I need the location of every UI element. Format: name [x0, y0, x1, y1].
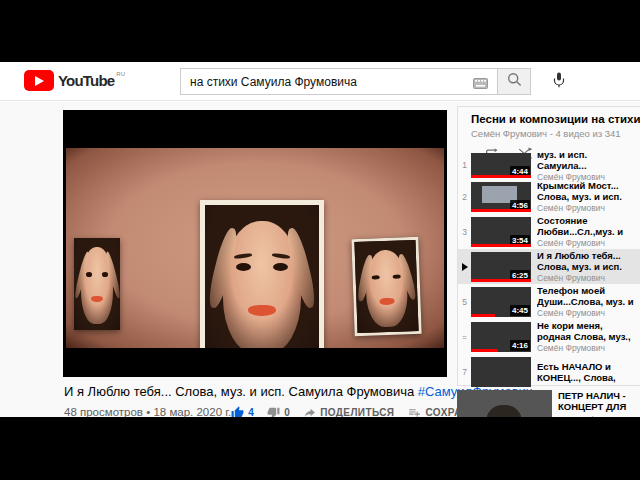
suggested-title: ПЕТР НАЛИЧ - КОНЦЕРТ ДЛЯ ВОЛОНТЕРОВ В... — [558, 390, 638, 412]
item-title: Не кори меня, родная Слова, муз., исп...… — [537, 320, 637, 342]
item-channel: Семён Фрумович — [537, 203, 637, 213]
video-thumbnail: 4:45 — [471, 287, 531, 317]
item-channel: Семён Фрумович — [537, 343, 637, 353]
video-thumbnail — [471, 357, 531, 387]
item-index: 2 — [458, 192, 471, 202]
video-title: И я Люблю тебя... Слова, муз. и исп. Сам… — [64, 384, 456, 399]
item-index: 7 — [458, 367, 471, 377]
letterbox-top — [0, 0, 640, 62]
watch-progress-bar — [471, 279, 531, 282]
video-photo-right — [351, 237, 421, 336]
item-channel: Семён Фрумович — [537, 308, 637, 318]
item-channel: Семён Фрумович — [537, 238, 637, 248]
logo-country-code: RU — [116, 70, 125, 78]
playlist-item-4-now-playing[interactable]: 6:25 И я Люблю тебя... Слова, муз. и исп… — [458, 249, 640, 284]
search-icon — [507, 72, 522, 91]
search-input[interactable] — [180, 68, 497, 95]
video-player[interactable] — [63, 110, 447, 377]
youtube-logo[interactable]: YouTube RU — [24, 70, 125, 91]
item-title: Крымский Мост... Слова, муз. и исп. Саму… — [537, 180, 637, 202]
search-area — [180, 68, 572, 95]
item-title: Есть НАЧАЛО и КОНЕЦ..., Слова, муз. и ис… — [537, 361, 637, 383]
video-thumbnail: 6:25 — [471, 252, 531, 282]
item-title: муз. и исп. Самуила... — [537, 149, 637, 171]
letterbox-bottom — [0, 417, 640, 480]
video-thumbnail: 4:56 — [471, 182, 531, 212]
playlist-item-7[interactable]: 7 Есть НАЧАЛО и КОНЕЦ..., Слова, муз. и … — [458, 354, 640, 389]
drag-handle-icon[interactable]: = — [458, 332, 471, 342]
search-button[interactable] — [497, 68, 531, 95]
item-title: Состояние Любви...Сл.,муз. и исп.Самуила… — [537, 215, 637, 237]
watch-progress-bar — [471, 209, 531, 212]
playlist-subtitle: Семён Фрумович - 4 видео из 341 — [471, 128, 640, 139]
watch-progress-bar — [471, 349, 498, 352]
mic-icon — [552, 72, 566, 91]
youtube-wordmark: YouTube — [58, 70, 114, 91]
playlist-item-6[interactable]: = 4:16 Не кори меня, родная Слова, муз.,… — [458, 319, 640, 354]
playlist-title: Песни и композиции на стихи Самуила Фрум… — [471, 113, 640, 125]
video-photo-left — [74, 238, 120, 330]
duration-badge: 4:16 — [510, 340, 530, 351]
video-photo-center — [200, 200, 324, 348]
keyboard-icon[interactable] — [473, 75, 488, 93]
playlist-item-2[interactable]: 2 4:56 Крымский Мост... Слова, муз. и ис… — [458, 179, 640, 214]
item-index: 5 — [458, 297, 471, 307]
video-thumbnail: 3:54 — [471, 217, 531, 247]
youtube-play-icon — [24, 70, 54, 91]
playlist-panel: Песни и композиции на стихи Самуила Фрум… — [457, 106, 640, 386]
playlist-items: 1 4:44 муз. и исп. Самуила... Семён Фрум… — [458, 151, 640, 389]
video-frame — [66, 148, 444, 348]
video-thumbnail: 4:44 — [471, 153, 531, 178]
duration-badge: 4:45 — [510, 305, 530, 316]
item-index: 1 — [458, 160, 471, 170]
playlist-item-5[interactable]: 5 4:45 Телефон моей Души...Слова, муз. и… — [458, 284, 640, 319]
watch-progress-bar — [471, 314, 495, 317]
item-title: Телефон моей Души...Слова, муз. и исп...… — [537, 285, 637, 307]
item-index: 3 — [458, 227, 471, 237]
masthead: YouTube RU — [0, 62, 640, 101]
video-title-text: И я Люблю тебя... Слова, муз. и исп. Сам… — [64, 384, 418, 399]
playlist-item-3[interactable]: 3 3:54 Состояние Любви...Сл.,муз. и исп.… — [458, 214, 640, 249]
mic-button[interactable] — [545, 68, 572, 95]
youtube-watch-page: YouTube RU — [0, 0, 640, 480]
watch-progress-bar — [471, 244, 531, 247]
item-channel: Семён Фрумович — [537, 273, 637, 283]
item-title: И я Люблю тебя... Слова, муз. и исп. Сам… — [537, 250, 637, 272]
now-playing-icon — [458, 263, 471, 271]
playlist-item-1[interactable]: 1 4:44 муз. и исп. Самуила... Семён Фрум… — [458, 151, 640, 179]
video-thumbnail: 4:16 — [471, 322, 531, 352]
watch-progress-bar — [471, 175, 531, 178]
